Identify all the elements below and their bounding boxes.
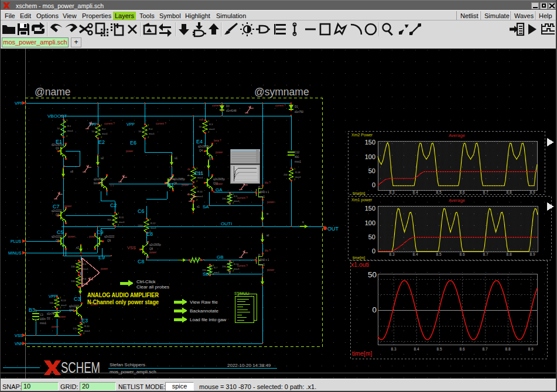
svg-text:R.2: R.2 [102, 128, 106, 130]
svg-text:SCHEM: SCHEM [61, 359, 100, 376]
svg-text:ds: ds [187, 174, 190, 177]
svg-text:current ?: current ? [237, 197, 248, 200]
svg-text:Q9: Q9 [107, 239, 111, 242]
svg-text:130: 130 [71, 280, 75, 283]
svg-text:8.6: 8.6 [459, 190, 464, 194]
svg-text:Stefan Schippers: Stefan Schippers [110, 362, 145, 367]
svg-text:E3: E3 [81, 318, 88, 324]
svg-text:Backannotate: Backannotate [190, 308, 218, 314]
svg-text:ANALOG AUDIO AMPLIFIER: ANALOG AUDIO AMPLIFIER [87, 291, 159, 298]
svg-text:d1n750: d1n750 [47, 312, 56, 315]
svg-text:VPP: VPP [127, 122, 135, 126]
svg-text:8.3: 8.3 [389, 190, 394, 194]
svg-text:C12: C12 [295, 151, 300, 154]
svg-text:8.9: 8.9 [528, 347, 533, 351]
svg-text:Xm2 Power: Xm2 Power [351, 133, 373, 137]
svg-text:8.8: 8.8 [506, 190, 511, 194]
svg-text:current ?: current ? [275, 104, 286, 107]
svg-text:blu ?: blu ? [265, 181, 271, 184]
svg-text:VPP: VPP [89, 122, 97, 126]
svg-text:50: 50 [57, 127, 60, 130]
svg-text:1300: 1300 [138, 224, 143, 227]
svg-text:PLUS: PLUS [11, 239, 22, 243]
svg-text:C8: C8 [138, 259, 145, 264]
svg-text:10k: 10k [50, 301, 53, 304]
svg-text:Q8: Q8 [149, 247, 153, 250]
svg-text:SA: SA [203, 204, 209, 209]
svg-text:100: 100 [365, 153, 375, 160]
svg-text:150: 150 [365, 139, 375, 146]
svg-text:ds: ds [187, 168, 191, 171]
svg-text:mvu1: mvu1 [209, 128, 216, 130]
svg-text:VNN: VNN [15, 342, 23, 346]
svg-text:q2x2905p: q2x2905p [52, 143, 63, 146]
svg-text:power: power [101, 267, 108, 270]
svg-text:100: 100 [365, 219, 375, 226]
svg-text:8.5: 8.5 [436, 252, 441, 256]
svg-text:190: 190 [222, 197, 226, 200]
svg-text:mvu1: mvu1 [102, 132, 108, 135]
svg-text:8.5: 8.5 [436, 347, 442, 351]
svg-text:0: 0 [372, 305, 377, 314]
svg-text:C5: C5 [57, 229, 64, 235]
svg-text:C6: C6 [138, 208, 145, 214]
svg-text:irf540 x 1: irf540 x 1 [258, 191, 269, 194]
svg-text:E2: E2 [98, 139, 105, 145]
svg-text:current ?: current ? [104, 122, 115, 125]
svg-text:mvu1: mvu1 [197, 195, 204, 198]
svg-text:power: power [216, 151, 223, 154]
svg-text:power: power [182, 184, 189, 187]
svg-text:mvu1: mvu1 [295, 176, 302, 178]
svg-text:q2x2905p: q2x2905p [213, 178, 225, 181]
svg-text:power: power [89, 235, 97, 238]
svg-text:? ?: ? ? [110, 185, 114, 188]
svg-text:Q1: Q1 [56, 147, 60, 150]
svg-text:bmtaQ2: bmtaQ2 [94, 182, 104, 185]
svg-text:mvu1: mvu1 [61, 304, 67, 307]
svg-text:R.7: R.7 [214, 266, 218, 269]
svg-text:mvu1: mvu1 [214, 271, 220, 274]
svg-text:d1n4148: d1n4148 [226, 109, 237, 112]
svg-text:s1: s1 [197, 205, 200, 208]
svg-text:R.14: R.14 [197, 190, 203, 193]
svg-text:8.4: 8.4 [412, 190, 418, 194]
svg-text:d1n750: d1n750 [295, 111, 304, 114]
svg-text:mvu1: mvu1 [295, 160, 302, 163]
svg-text:current ?: current ? [156, 122, 166, 125]
svg-text:VPP: VPP [49, 294, 57, 298]
svg-text:R.12: R.12 [151, 222, 156, 225]
svg-text:mvu1: mvu1 [83, 267, 89, 270]
svg-text:150: 150 [365, 205, 375, 212]
svg-text:8.7: 8.7 [483, 252, 488, 256]
svg-text:VSS: VSS [127, 245, 136, 250]
svg-text:mvu1: mvu1 [149, 132, 155, 135]
svg-text:200: 200 [283, 173, 288, 176]
svg-text:power: power [149, 251, 157, 254]
svg-text:x1.outi: x1.outi [351, 261, 369, 268]
svg-text:50: 50 [92, 130, 95, 133]
svg-text:mvu1: mvu1 [234, 267, 240, 270]
svg-text:VSS: VSS [15, 333, 23, 338]
svg-text:Average: Average [449, 133, 465, 138]
svg-text:R.13: R.13 [61, 299, 66, 302]
svg-text:0: 0 [372, 181, 375, 188]
svg-text:current ?: current ? [237, 264, 248, 267]
svg-text:8.6: 8.6 [459, 252, 464, 256]
svg-text:8.6: 8.6 [459, 347, 464, 351]
svg-text:2022-10-20 14:38:49: 2022-10-20 14:38:49 [227, 363, 271, 368]
svg-text:mvu1: mvu1 [40, 322, 47, 325]
svg-text:B3: B3 [29, 307, 35, 313]
svg-text:u6: u6 [70, 170, 74, 173]
svg-text:8.8: 8.8 [506, 252, 511, 256]
svg-text:GB: GB [217, 255, 224, 260]
svg-text:R.6: R.6 [83, 277, 87, 280]
svg-text:VBOOST: VBOOST [47, 114, 67, 119]
svg-text:mvu1: mvu1 [84, 329, 91, 332]
svg-text:Q13: Q13 [69, 309, 74, 312]
svg-text:Xm1 power: Xm1 power [351, 198, 373, 202]
svg-text:0: 0 [372, 247, 375, 255]
svg-text:ds: ds [187, 193, 191, 196]
svg-text:s2: s2 [76, 246, 79, 249]
svg-text:mvu1: mvu1 [67, 129, 74, 132]
svg-text:100n: 100n [40, 318, 46, 321]
